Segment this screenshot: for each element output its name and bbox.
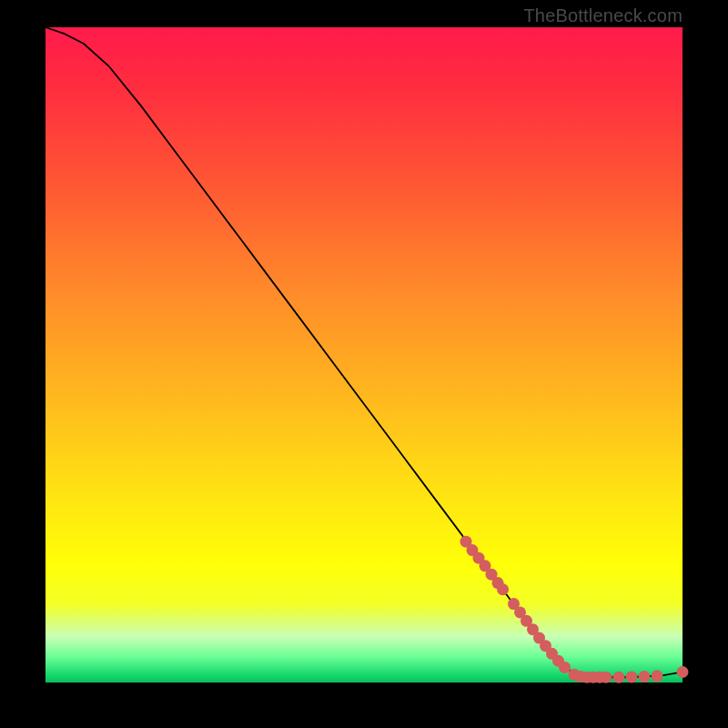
data-marker (626, 671, 638, 682)
data-marker (677, 666, 689, 678)
data-marker (652, 670, 663, 682)
marker-group (460, 536, 689, 683)
data-marker (613, 672, 625, 683)
bottleneck-curve (46, 27, 682, 677)
watermark-text: TheBottleneck.com (523, 5, 682, 26)
plot-area (46, 27, 682, 682)
data-marker (559, 662, 571, 673)
curve-svg (46, 27, 682, 682)
data-marker (601, 672, 612, 683)
data-marker (497, 583, 509, 595)
data-marker (639, 671, 651, 682)
chart-frame: TheBottleneck.com (0, 0, 728, 728)
